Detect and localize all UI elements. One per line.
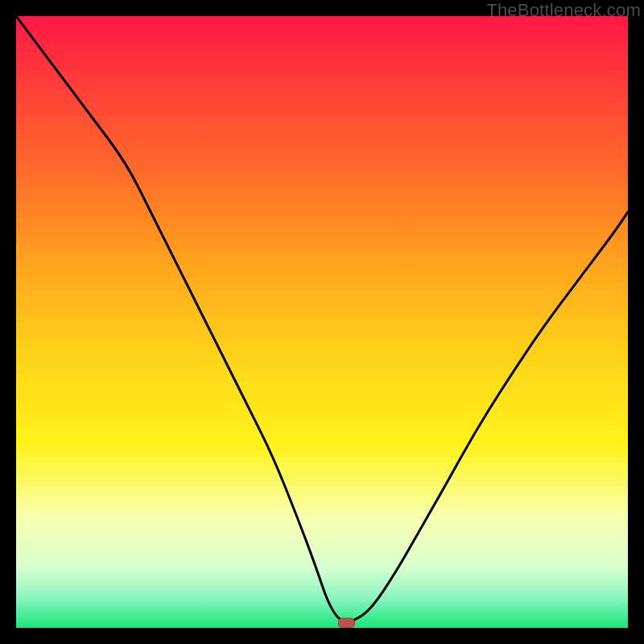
chart-frame: TheBottleneck.com	[0, 0, 644, 644]
watermark-text: TheBottleneck.com	[486, 0, 641, 21]
chart-background	[16, 16, 628, 628]
bottleneck-chart	[16, 16, 628, 628]
optimum-marker	[338, 618, 354, 628]
